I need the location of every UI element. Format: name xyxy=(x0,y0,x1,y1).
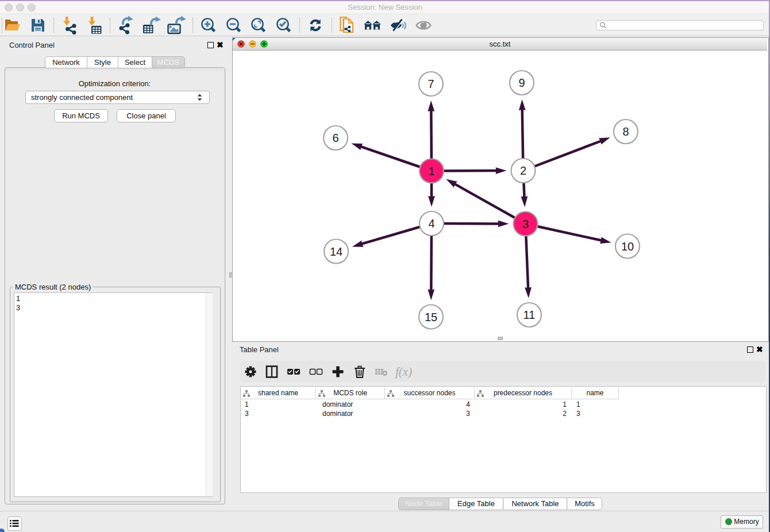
svg-text:8: 8 xyxy=(622,125,629,138)
svg-text:1: 1 xyxy=(428,165,434,178)
svg-text:10: 10 xyxy=(621,240,634,253)
svg-text:14: 14 xyxy=(330,245,342,258)
svg-text:7: 7 xyxy=(428,78,434,90)
svg-text:9: 9 xyxy=(518,76,525,89)
svg-text:2: 2 xyxy=(520,164,526,177)
svg-text:f(x): f(x) xyxy=(395,365,412,379)
svg-text:4: 4 xyxy=(428,217,434,230)
svg-text:15: 15 xyxy=(425,311,437,323)
svg-text:11: 11 xyxy=(523,309,536,321)
svg-text:3: 3 xyxy=(522,218,529,230)
svg-text:6: 6 xyxy=(332,132,338,144)
